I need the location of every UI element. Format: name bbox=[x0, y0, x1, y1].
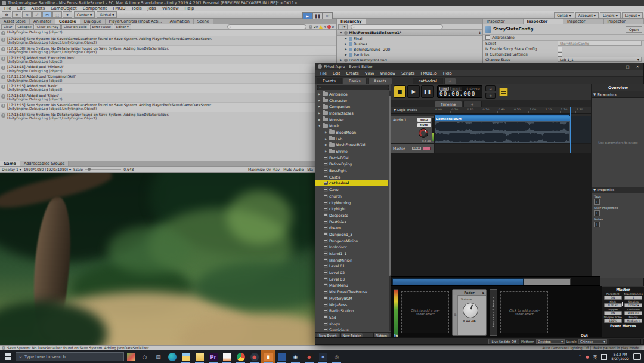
editor-empty-area[interactable] bbox=[391, 153, 591, 276]
macro-value[interactable]: 1 bbox=[624, 296, 642, 300]
event-dream[interactable]: dream bbox=[315, 224, 388, 231]
console-clear-button[interactable]: Clear bbox=[1, 24, 14, 30]
fmod-menu-scripts[interactable]: Scripts bbox=[398, 71, 417, 76]
task-view-icon[interactable]: ▤ bbox=[151, 350, 165, 363]
notes-app-icon[interactable] bbox=[220, 350, 234, 363]
start-button[interactable] bbox=[0, 350, 16, 363]
game-viewport[interactable] bbox=[0, 173, 315, 345]
tray-square-icon[interactable] bbox=[601, 354, 607, 360]
console-message[interactable]: ![17:10:38] Save System: No DataSerializ… bbox=[0, 46, 336, 56]
menu-help[interactable]: Help bbox=[182, 6, 197, 11]
event-shops[interactable]: shops bbox=[315, 321, 388, 327]
hierarchy-dontdestroy-row[interactable]: ▶ DontDestroyOnLoad bbox=[337, 57, 482, 63]
loop-icon[interactable]: ⇆ bbox=[485, 85, 496, 91]
move-tool-icon[interactable]: ✛ bbox=[12, 11, 21, 18]
browser-globe-icon[interactable]: ● bbox=[247, 350, 261, 363]
folder-bloodmoon[interactable]: ▶BloodMoon bbox=[315, 129, 388, 136]
tab-inspector-0[interactable]: Inspector bbox=[483, 19, 524, 24]
events-scrollbar[interactable] bbox=[389, 91, 391, 331]
post-fader-slot[interactable]: Click to add a post-fader effect bbox=[500, 291, 548, 333]
tab-playercontrols-input-acti[interactable]: PlayerControls (Input Acti... bbox=[106, 19, 166, 24]
folder-companion[interactable]: ▶Companion bbox=[315, 103, 388, 110]
event-suspicious[interactable]: Suspicious bbox=[315, 327, 388, 331]
event-desperate[interactable]: Desperate bbox=[315, 212, 388, 219]
property-value[interactable]: StoryStateConfig bbox=[558, 41, 642, 46]
addressable-checkbox[interactable] bbox=[485, 35, 490, 40]
menu-component[interactable]: Component bbox=[80, 6, 110, 11]
event-dungeonminion[interactable]: DungeonMinion bbox=[315, 238, 388, 244]
menu-window[interactable]: Window bbox=[159, 6, 182, 11]
scene-menu-icon[interactable]: ⁝ bbox=[479, 30, 482, 35]
bake-button[interactable]: Bake paused in play mode bbox=[590, 346, 642, 350]
warning-icon[interactable] bbox=[319, 25, 323, 29]
rect-tool-icon[interactable]: ▭ bbox=[42, 11, 52, 18]
audio-clip-cathedralbgm[interactable]: CathedralBGM bbox=[435, 116, 571, 143]
console-search-input[interactable]: ⌕ bbox=[227, 24, 306, 29]
hierarchy-item-bushes[interactable]: ▶Bushes bbox=[337, 41, 482, 47]
minimize-icon[interactable]: — bbox=[615, 64, 620, 69]
event-mainmenu[interactable]: MainMenu bbox=[315, 282, 388, 289]
tab-addressables-groups[interactable]: Addressables Groups bbox=[20, 161, 69, 166]
console-message[interactable]: ![17:13:15] Added pool 'CompanionSkill'U… bbox=[0, 74, 336, 84]
caret-right-icon[interactable]: ▶ bbox=[339, 59, 343, 61]
tab-inspector-2[interactable]: Inspector bbox=[564, 19, 604, 24]
event-level-02[interactable]: Level 02 bbox=[315, 269, 388, 276]
toolbar-layers-button[interactable]: Layers ▾ bbox=[600, 12, 621, 19]
pivot-toggle[interactable]: Center ▾ bbox=[74, 11, 95, 18]
menu-jobs[interactable]: Jobs bbox=[145, 6, 159, 11]
event-castle[interactable]: Castle bbox=[315, 174, 388, 180]
menu-edit[interactable]: Edit bbox=[14, 6, 29, 11]
custom-tool-icon[interactable]: ✦ bbox=[63, 11, 72, 18]
edge-icon[interactable] bbox=[165, 350, 179, 363]
console-message[interactable]: ![17:13:15] Save System: No SavedGameDat… bbox=[0, 103, 336, 112]
caret-right-icon[interactable]: ▶ bbox=[344, 37, 348, 40]
macro-value[interactable]: Medium▾ bbox=[624, 319, 642, 323]
event-cave[interactable]: Cave bbox=[315, 186, 388, 193]
macro-value[interactable]: 100% bbox=[604, 319, 622, 323]
steam-icon[interactable]: ◉ bbox=[289, 350, 302, 363]
scale-tool-icon[interactable]: ⤢ bbox=[32, 11, 42, 18]
track-volume-knob[interactable] bbox=[419, 128, 428, 138]
logic-tracks-label[interactable]: ▼ Logic Tracks bbox=[394, 108, 417, 112]
text-field-icon[interactable]: I bbox=[594, 199, 600, 205]
macro-value[interactable]: 0.00 st bbox=[604, 303, 622, 307]
audio-track-lane[interactable]: CathedralBGM bbox=[435, 116, 591, 144]
caret-right-icon[interactable]: ▶ bbox=[344, 48, 348, 51]
tab-asset-store[interactable]: Asset Store bbox=[0, 19, 30, 24]
locale-dropdown[interactable]: Chinese▾ bbox=[578, 339, 607, 344]
menu-tools[interactable]: Tools bbox=[128, 6, 144, 11]
events-search-input[interactable]: ⌕ bbox=[317, 85, 389, 90]
add-sheet-button[interactable]: + bbox=[463, 101, 482, 107]
caret-right-icon[interactable]: ▶ bbox=[317, 99, 321, 102]
toolbar-layout-button[interactable]: Layout ▾ bbox=[622, 12, 643, 19]
fmod-menu-edit[interactable]: Edit bbox=[330, 71, 343, 76]
event-cathedral[interactable]: cathedral bbox=[315, 180, 388, 187]
fmod-menu-help[interactable]: Help bbox=[440, 71, 455, 76]
caret-right-icon[interactable]: ▶ bbox=[344, 42, 348, 45]
property-dropdown[interactable]: Lab 1_1▾ bbox=[558, 57, 642, 62]
event-dungeon1-3[interactable]: Dungeon1_3 bbox=[315, 231, 388, 238]
tray-chevron-icon[interactable]: ^ bbox=[578, 355, 581, 359]
fmod-menu-fmod-io[interactable]: FMOD.io bbox=[417, 71, 439, 76]
fmod-menu-window[interactable]: Window bbox=[377, 71, 399, 76]
file-explorer-icon[interactable] bbox=[179, 350, 193, 363]
taskbar-clock[interactable]: 5:13 PM 5/27/2022 bbox=[611, 353, 629, 361]
master-level-badge[interactable] bbox=[423, 147, 431, 150]
console-error-pause-button[interactable]: Error Pause bbox=[90, 24, 113, 30]
notification-center-icon[interactable] bbox=[633, 353, 641, 360]
fmod-pause-button[interactable]: ❚❚ bbox=[421, 85, 434, 98]
chat-app-icon[interactable]: ✦ bbox=[316, 350, 330, 363]
ime-indicator[interactable]: 英 bbox=[593, 354, 597, 360]
event-ninjaboss[interactable]: NinjaBoss bbox=[315, 302, 388, 308]
menu-gameobject[interactable]: GameObject bbox=[48, 6, 80, 11]
folder-monster[interactable]: ▶Monster bbox=[315, 116, 388, 123]
pre-fader-slot[interactable]: Click to add a pre-fader effect bbox=[401, 291, 449, 333]
platform-dropdown[interactable]: Desktop▾ bbox=[536, 339, 565, 344]
caret-down-icon[interactable]: ▼ bbox=[317, 124, 321, 127]
collapsed-effect-module[interactable]: Resonance & Reverb bbox=[490, 289, 497, 336]
caret-right-icon[interactable]: ▶ bbox=[324, 137, 328, 140]
transform-tool-icon[interactable]: ⬚ bbox=[52, 11, 62, 18]
caret-down-icon[interactable]: ▼ bbox=[339, 31, 343, 34]
tab-timeline[interactable]: Timeline bbox=[435, 101, 462, 107]
fmod-title-bar[interactable]: FMod.fspro - Event Editor — □ ✕ bbox=[315, 63, 643, 70]
